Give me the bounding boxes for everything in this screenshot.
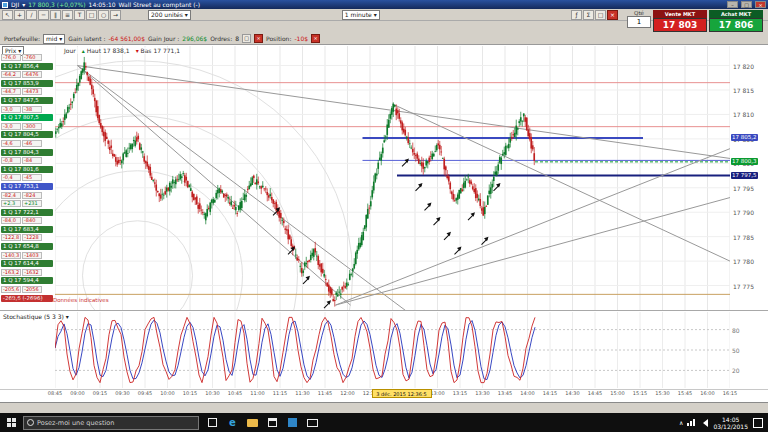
time-axis-label: 14:00 [519, 390, 537, 396]
orders-label: Ordres: [210, 35, 232, 42]
sell-market-button[interactable]: 17 803 [653, 18, 707, 32]
time-axis-label: 10:00 [159, 390, 177, 396]
maximize-button[interactable]: □ [741, 1, 752, 8]
units-dropdown[interactable]: 200 unités ▾ [148, 10, 191, 20]
search-box[interactable]: Posez-moi une question [23, 416, 199, 430]
close-position-icon[interactable]: × [311, 34, 320, 43]
action-center-icon[interactable] [753, 418, 763, 428]
stochastic-label[interactable]: Stochastique (5 3 3) ▾ [3, 313, 69, 320]
cancel-orders-icon[interactable]: × [254, 34, 263, 43]
close-chart-button[interactable]: × [607, 10, 618, 20]
ellipse-tool-icon[interactable]: ○ [98, 10, 109, 20]
start-button[interactable] [0, 413, 22, 432]
store-icon[interactable] [264, 413, 281, 432]
pnl-points: -3,0 [1, 106, 21, 113]
task-view-icon[interactable] [204, 413, 221, 432]
hidden-icons-arrow[interactable]: ∧ [679, 419, 683, 426]
text-tool-icon[interactable]: T [74, 10, 85, 20]
order-level-label[interactable]: 1 Q 17 722,1 [1, 209, 53, 216]
order-level-label[interactable]: 1 Q 17 654,8 [1, 243, 53, 250]
edge-icon[interactable]: e [224, 413, 241, 432]
cursor-icon[interactable]: ↖ [2, 10, 13, 20]
mail-icon[interactable] [304, 413, 321, 432]
horizontal-line-icon[interactable]: ─ [38, 10, 49, 20]
order-level-label[interactable]: 1 Q 17 753,1 [1, 183, 53, 190]
orders-list-icon[interactable]: □ [242, 34, 251, 43]
photos-icon[interactable] [284, 413, 301, 432]
price-axis[interactable]: 17 82017 81517 81017 80517 80017 79517 7… [730, 46, 767, 310]
order-level-label[interactable]: 1 Q 17 804,3 [1, 149, 53, 156]
portfolio-dropdown[interactable]: mid ▾ [43, 34, 65, 44]
pnl-cash: -45 [22, 174, 42, 181]
indicator-icon[interactable]: ƒ [571, 10, 582, 20]
pnl-row: -140,3-1403 [1, 252, 55, 259]
orders-column: -76,0-7601 Q 17 856,4-64,2-64761 Q 17 85… [1, 54, 55, 302]
order-level-label[interactable]: 1 Q 17 801,6 [1, 166, 53, 173]
low-arrow-icon: ▾ [136, 47, 139, 54]
time-axis-label: 16:15 [721, 390, 739, 396]
pnl-points: -205,6 [1, 286, 21, 293]
pnl-cash: -2056 [22, 286, 42, 293]
pnl-cash: -1632 [22, 269, 42, 276]
order-level-label[interactable]: 1 Q 17 614,4 [1, 260, 53, 267]
file-explorer-icon[interactable] [244, 413, 261, 432]
pnl-cash: -1228 [22, 234, 42, 241]
day-high: Haut 17 838,1 [87, 47, 130, 54]
price-marker: 17 797,5 [731, 172, 758, 179]
parallel-channel-icon[interactable]: ∥ [50, 10, 61, 20]
timeframe-dropdown[interactable]: 1 minute ▾ [342, 10, 380, 20]
fibonacci-icon[interactable]: ≡ [62, 10, 73, 20]
minimize-button[interactable]: – [727, 1, 738, 8]
pnl-points: -0,4 [1, 174, 21, 181]
pnl-cash: -38 [22, 106, 42, 113]
rectangle-tool-icon[interactable]: □ [86, 10, 97, 20]
order-level-label[interactable]: 1 Q 17 847,5 [1, 97, 53, 104]
pnl-row: -76,0-760 [1, 54, 55, 61]
time-axis-label: 12:00 [339, 390, 357, 396]
file-explorer-icon-shape [247, 419, 258, 427]
order-level-label[interactable]: 1 Q 17 804,5 [1, 131, 53, 138]
buy-market-button[interactable]: 17 806 [709, 18, 763, 32]
symbol-dropdown-icon[interactable]: ▾ [22, 0, 25, 9]
qty-input[interactable] [627, 16, 651, 28]
statistics-icon[interactable]: Σ [583, 10, 594, 20]
pnl-points: -163,2 [1, 269, 21, 276]
arrow-tool-icon[interactable]: → [110, 10, 121, 20]
pnl-points: +2,3 [1, 200, 21, 207]
volume-icon[interactable] [699, 419, 708, 427]
pnl-points: -3,0 [1, 123, 21, 130]
order-level-label[interactable]: 1 Q 17 594,4 [1, 277, 53, 284]
order-level-label[interactable]: 1 Q 17 807,5 [1, 114, 53, 121]
pnl-points: -4,6 [1, 140, 21, 147]
pnl-row: -163,2-1632 [1, 269, 55, 276]
pnl-cash: -760 [22, 54, 42, 61]
order-level-label[interactable]: 1 Q 17 683,4 [1, 226, 53, 233]
pnl-points: -44,7 [1, 88, 21, 95]
time-axis-label: 15:45 [676, 390, 694, 396]
pnl-cash: -1403 [22, 252, 42, 259]
order-ticket: Qté Vente MKT 17 803 Achat MKT 17 806 [627, 10, 765, 32]
detach-window-icon[interactable]: □ [595, 10, 606, 20]
stochastic-chart[interactable] [55, 312, 730, 388]
system-clock[interactable]: 14:05 03/12/2015 [713, 416, 748, 430]
price-axis-label: 17 785 [733, 234, 754, 241]
price-chart[interactable] [55, 46, 730, 310]
network-icon[interactable] [687, 419, 695, 426]
taskbar: Posez-moi une question e ∧ 14:05 03/12/2… [0, 413, 768, 432]
period-label: Jour [64, 47, 76, 54]
pnl-cash: -6476 [22, 71, 42, 78]
trendline-icon[interactable]: / [26, 10, 37, 20]
time-axis-label: 13:45 [496, 390, 514, 396]
pnl-row: -3,0-38 [1, 106, 55, 113]
close-button[interactable]: × [755, 1, 766, 8]
crosshair-icon[interactable]: + [14, 10, 25, 20]
order-level-label[interactable]: 1 Q 17 853,9 [1, 80, 53, 87]
portfolio-bar: Portefeuille: mid ▾ Gain latent : -64 56… [0, 33, 768, 45]
chart-info: Jour ▴ Haut 17 838,1 ▾ Bas 17 771,1 [64, 47, 180, 54]
window-bottom-edge [0, 402, 768, 413]
orders-count: 8 [235, 35, 239, 42]
instrument-symbol[interactable]: DJI [11, 0, 19, 9]
panel-divider[interactable] [0, 310, 768, 311]
pnl-points: -140,3 [1, 252, 21, 259]
order-level-label[interactable]: 1 Q 17 856,4 [1, 63, 53, 70]
